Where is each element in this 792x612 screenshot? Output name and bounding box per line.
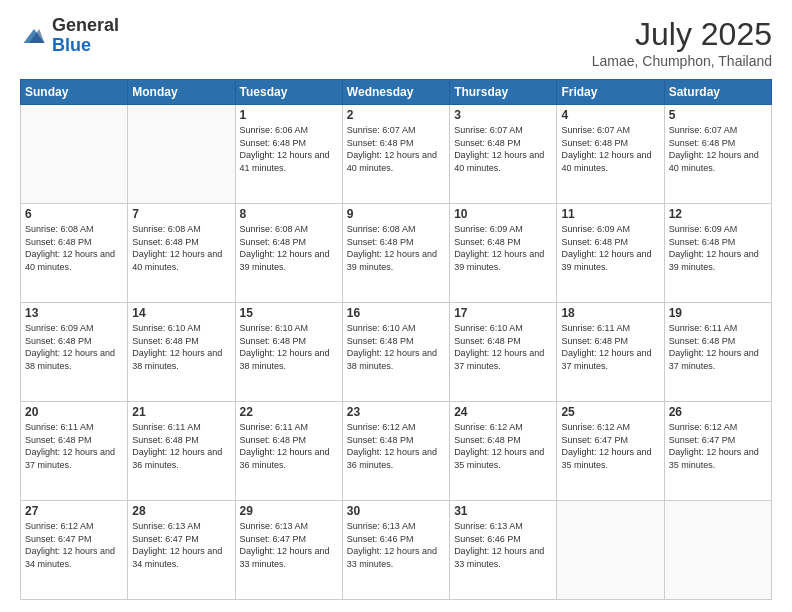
day-info-26: Sunrise: 6:12 AM Sunset: 6:47 PM Dayligh… bbox=[669, 421, 767, 471]
logo-icon bbox=[20, 22, 48, 50]
header: General Blue July 2025 Lamae, Chumphon, … bbox=[20, 16, 772, 69]
day-info-13: Sunrise: 6:09 AM Sunset: 6:48 PM Dayligh… bbox=[25, 322, 123, 372]
calendar-cell-2-1: 14Sunrise: 6:10 AM Sunset: 6:48 PM Dayli… bbox=[128, 303, 235, 402]
day-number-14: 14 bbox=[132, 306, 230, 320]
day-number-9: 9 bbox=[347, 207, 445, 221]
day-info-1: Sunrise: 6:06 AM Sunset: 6:48 PM Dayligh… bbox=[240, 124, 338, 174]
day-info-17: Sunrise: 6:10 AM Sunset: 6:48 PM Dayligh… bbox=[454, 322, 552, 372]
week-row-2: 13Sunrise: 6:09 AM Sunset: 6:48 PM Dayli… bbox=[21, 303, 772, 402]
day-info-3: Sunrise: 6:07 AM Sunset: 6:48 PM Dayligh… bbox=[454, 124, 552, 174]
day-info-11: Sunrise: 6:09 AM Sunset: 6:48 PM Dayligh… bbox=[561, 223, 659, 273]
calendar-cell-1-5: 11Sunrise: 6:09 AM Sunset: 6:48 PM Dayli… bbox=[557, 204, 664, 303]
logo-blue: Blue bbox=[52, 35, 91, 55]
day-number-13: 13 bbox=[25, 306, 123, 320]
calendar-cell-3-4: 24Sunrise: 6:12 AM Sunset: 6:48 PM Dayli… bbox=[450, 402, 557, 501]
day-info-27: Sunrise: 6:12 AM Sunset: 6:47 PM Dayligh… bbox=[25, 520, 123, 570]
day-number-30: 30 bbox=[347, 504, 445, 518]
day-number-28: 28 bbox=[132, 504, 230, 518]
day-info-30: Sunrise: 6:13 AM Sunset: 6:46 PM Dayligh… bbox=[347, 520, 445, 570]
col-wednesday: Wednesday bbox=[342, 80, 449, 105]
day-number-16: 16 bbox=[347, 306, 445, 320]
calendar-cell-2-4: 17Sunrise: 6:10 AM Sunset: 6:48 PM Dayli… bbox=[450, 303, 557, 402]
calendar-cell-4-0: 27Sunrise: 6:12 AM Sunset: 6:47 PM Dayli… bbox=[21, 501, 128, 600]
calendar-cell-4-6 bbox=[664, 501, 771, 600]
day-info-20: Sunrise: 6:11 AM Sunset: 6:48 PM Dayligh… bbox=[25, 421, 123, 471]
logo-general: General bbox=[52, 15, 119, 35]
day-number-26: 26 bbox=[669, 405, 767, 419]
day-info-4: Sunrise: 6:07 AM Sunset: 6:48 PM Dayligh… bbox=[561, 124, 659, 174]
day-info-21: Sunrise: 6:11 AM Sunset: 6:48 PM Dayligh… bbox=[132, 421, 230, 471]
day-number-21: 21 bbox=[132, 405, 230, 419]
calendar-cell-0-1 bbox=[128, 105, 235, 204]
day-info-31: Sunrise: 6:13 AM Sunset: 6:46 PM Dayligh… bbox=[454, 520, 552, 570]
day-info-10: Sunrise: 6:09 AM Sunset: 6:48 PM Dayligh… bbox=[454, 223, 552, 273]
calendar-cell-2-2: 15Sunrise: 6:10 AM Sunset: 6:48 PM Dayli… bbox=[235, 303, 342, 402]
day-info-5: Sunrise: 6:07 AM Sunset: 6:48 PM Dayligh… bbox=[669, 124, 767, 174]
day-info-29: Sunrise: 6:13 AM Sunset: 6:47 PM Dayligh… bbox=[240, 520, 338, 570]
day-number-6: 6 bbox=[25, 207, 123, 221]
day-number-2: 2 bbox=[347, 108, 445, 122]
day-number-20: 20 bbox=[25, 405, 123, 419]
calendar-cell-3-2: 22Sunrise: 6:11 AM Sunset: 6:48 PM Dayli… bbox=[235, 402, 342, 501]
day-number-24: 24 bbox=[454, 405, 552, 419]
title-block: July 2025 Lamae, Chumphon, Thailand bbox=[592, 16, 772, 69]
calendar-cell-2-6: 19Sunrise: 6:11 AM Sunset: 6:48 PM Dayli… bbox=[664, 303, 771, 402]
logo: General Blue bbox=[20, 16, 119, 56]
week-row-3: 20Sunrise: 6:11 AM Sunset: 6:48 PM Dayli… bbox=[21, 402, 772, 501]
col-monday: Monday bbox=[128, 80, 235, 105]
day-number-15: 15 bbox=[240, 306, 338, 320]
col-sunday: Sunday bbox=[21, 80, 128, 105]
calendar-cell-1-0: 6Sunrise: 6:08 AM Sunset: 6:48 PM Daylig… bbox=[21, 204, 128, 303]
day-number-19: 19 bbox=[669, 306, 767, 320]
month-year: July 2025 bbox=[592, 16, 772, 53]
calendar-cell-3-3: 23Sunrise: 6:12 AM Sunset: 6:48 PM Dayli… bbox=[342, 402, 449, 501]
day-info-25: Sunrise: 6:12 AM Sunset: 6:47 PM Dayligh… bbox=[561, 421, 659, 471]
calendar-cell-0-5: 4Sunrise: 6:07 AM Sunset: 6:48 PM Daylig… bbox=[557, 105, 664, 204]
calendar-cell-1-4: 10Sunrise: 6:09 AM Sunset: 6:48 PM Dayli… bbox=[450, 204, 557, 303]
day-number-18: 18 bbox=[561, 306, 659, 320]
calendar-cell-0-2: 1Sunrise: 6:06 AM Sunset: 6:48 PM Daylig… bbox=[235, 105, 342, 204]
day-info-9: Sunrise: 6:08 AM Sunset: 6:48 PM Dayligh… bbox=[347, 223, 445, 273]
day-info-19: Sunrise: 6:11 AM Sunset: 6:48 PM Dayligh… bbox=[669, 322, 767, 372]
day-number-8: 8 bbox=[240, 207, 338, 221]
day-number-27: 27 bbox=[25, 504, 123, 518]
day-info-7: Sunrise: 6:08 AM Sunset: 6:48 PM Dayligh… bbox=[132, 223, 230, 273]
calendar-cell-3-5: 25Sunrise: 6:12 AM Sunset: 6:47 PM Dayli… bbox=[557, 402, 664, 501]
calendar-cell-0-4: 3Sunrise: 6:07 AM Sunset: 6:48 PM Daylig… bbox=[450, 105, 557, 204]
calendar-cell-2-3: 16Sunrise: 6:10 AM Sunset: 6:48 PM Dayli… bbox=[342, 303, 449, 402]
calendar-cell-4-4: 31Sunrise: 6:13 AM Sunset: 6:46 PM Dayli… bbox=[450, 501, 557, 600]
week-row-1: 6Sunrise: 6:08 AM Sunset: 6:48 PM Daylig… bbox=[21, 204, 772, 303]
day-number-12: 12 bbox=[669, 207, 767, 221]
calendar-cell-0-6: 5Sunrise: 6:07 AM Sunset: 6:48 PM Daylig… bbox=[664, 105, 771, 204]
calendar-cell-2-5: 18Sunrise: 6:11 AM Sunset: 6:48 PM Dayli… bbox=[557, 303, 664, 402]
day-number-23: 23 bbox=[347, 405, 445, 419]
calendar-cell-3-1: 21Sunrise: 6:11 AM Sunset: 6:48 PM Dayli… bbox=[128, 402, 235, 501]
day-info-2: Sunrise: 6:07 AM Sunset: 6:48 PM Dayligh… bbox=[347, 124, 445, 174]
day-number-25: 25 bbox=[561, 405, 659, 419]
day-info-18: Sunrise: 6:11 AM Sunset: 6:48 PM Dayligh… bbox=[561, 322, 659, 372]
day-number-31: 31 bbox=[454, 504, 552, 518]
logo-text: General Blue bbox=[52, 16, 119, 56]
day-info-8: Sunrise: 6:08 AM Sunset: 6:48 PM Dayligh… bbox=[240, 223, 338, 273]
day-number-7: 7 bbox=[132, 207, 230, 221]
day-info-16: Sunrise: 6:10 AM Sunset: 6:48 PM Dayligh… bbox=[347, 322, 445, 372]
calendar-cell-0-3: 2Sunrise: 6:07 AM Sunset: 6:48 PM Daylig… bbox=[342, 105, 449, 204]
day-info-24: Sunrise: 6:12 AM Sunset: 6:48 PM Dayligh… bbox=[454, 421, 552, 471]
calendar-cell-0-0 bbox=[21, 105, 128, 204]
calendar-cell-1-3: 9Sunrise: 6:08 AM Sunset: 6:48 PM Daylig… bbox=[342, 204, 449, 303]
day-number-4: 4 bbox=[561, 108, 659, 122]
calendar-cell-4-5 bbox=[557, 501, 664, 600]
day-number-17: 17 bbox=[454, 306, 552, 320]
page: General Blue July 2025 Lamae, Chumphon, … bbox=[0, 0, 792, 612]
day-number-3: 3 bbox=[454, 108, 552, 122]
calendar-cell-4-2: 29Sunrise: 6:13 AM Sunset: 6:47 PM Dayli… bbox=[235, 501, 342, 600]
col-thursday: Thursday bbox=[450, 80, 557, 105]
day-info-12: Sunrise: 6:09 AM Sunset: 6:48 PM Dayligh… bbox=[669, 223, 767, 273]
col-tuesday: Tuesday bbox=[235, 80, 342, 105]
calendar-cell-4-3: 30Sunrise: 6:13 AM Sunset: 6:46 PM Dayli… bbox=[342, 501, 449, 600]
location: Lamae, Chumphon, Thailand bbox=[592, 53, 772, 69]
calendar-cell-3-0: 20Sunrise: 6:11 AM Sunset: 6:48 PM Dayli… bbox=[21, 402, 128, 501]
week-row-4: 27Sunrise: 6:12 AM Sunset: 6:47 PM Dayli… bbox=[21, 501, 772, 600]
col-saturday: Saturday bbox=[664, 80, 771, 105]
calendar-cell-3-6: 26Sunrise: 6:12 AM Sunset: 6:47 PM Dayli… bbox=[664, 402, 771, 501]
